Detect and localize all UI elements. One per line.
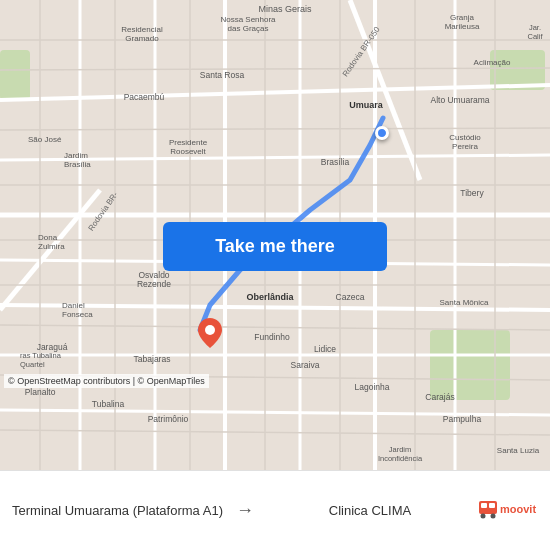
svg-text:Custódio: Custódio <box>449 133 481 142</box>
origin-marker <box>375 126 389 140</box>
svg-text:Calif: Calif <box>527 32 543 41</box>
svg-text:Daniel: Daniel <box>62 301 85 310</box>
svg-text:Pampulha: Pampulha <box>443 414 482 424</box>
svg-text:Alto Umuarama: Alto Umuarama <box>430 95 489 105</box>
svg-rect-89 <box>489 503 495 508</box>
svg-text:Tibery: Tibery <box>460 188 484 198</box>
svg-text:Fundinho: Fundinho <box>254 332 290 342</box>
svg-text:Nossa Senhora: Nossa Senhora <box>220 15 276 24</box>
svg-text:Umuara: Umuara <box>349 100 384 110</box>
svg-text:Planalto: Planalto <box>25 387 56 397</box>
svg-text:Lidice: Lidice <box>314 344 336 354</box>
svg-text:Cazeca: Cazeca <box>336 292 365 302</box>
svg-text:Jardim: Jardim <box>64 151 88 160</box>
destination-marker <box>198 318 222 348</box>
svg-text:Brasília: Brasília <box>321 157 350 167</box>
svg-text:Inconfidência: Inconfidência <box>378 454 423 463</box>
svg-text:Tabajaras: Tabajaras <box>134 354 171 364</box>
svg-text:Zulmira: Zulmira <box>38 242 65 251</box>
route-from-label: Terminal Umuarama (Plataforma A1) <box>12 503 228 518</box>
svg-text:Fonseca: Fonseca <box>62 310 93 319</box>
svg-point-86 <box>205 325 215 335</box>
svg-text:Lagoinha: Lagoinha <box>355 382 390 392</box>
svg-text:Pacaembú: Pacaembú <box>124 92 165 102</box>
svg-text:Jardim: Jardim <box>389 445 412 454</box>
map-container: Minas Gerais Granja Marileusa Jar. Calif… <box>0 0 550 470</box>
take-me-there-button[interactable]: Take me there <box>163 222 387 271</box>
svg-text:Residencial: Residencial <box>121 25 163 34</box>
svg-text:Pereira: Pereira <box>452 142 478 151</box>
svg-text:Jar.: Jar. <box>529 23 541 32</box>
bottom-bar: Terminal Umuarama (Plataforma A1) → Clin… <box>0 470 550 550</box>
svg-point-90 <box>481 513 486 518</box>
svg-text:Aclimação: Aclimação <box>474 58 511 67</box>
svg-text:moovit: moovit <box>500 503 536 515</box>
svg-text:Brasília: Brasília <box>64 160 91 169</box>
svg-text:Saraiva: Saraiva <box>291 360 320 370</box>
arrow-icon: → <box>236 500 254 521</box>
svg-text:Tubalina: Tubalina <box>92 399 125 409</box>
svg-text:Gramado: Gramado <box>125 34 159 43</box>
map-attribution: © OpenStreetMap contributors | © OpenMap… <box>4 374 209 388</box>
svg-text:Santa Rosa: Santa Rosa <box>200 70 245 80</box>
svg-rect-3 <box>0 50 30 100</box>
svg-text:das Graças: das Graças <box>228 24 269 33</box>
svg-rect-88 <box>481 503 487 508</box>
svg-text:Santa Luzia: Santa Luzia <box>497 446 540 455</box>
svg-text:Marileusa: Marileusa <box>445 22 480 31</box>
svg-text:Santa Mônica: Santa Mônica <box>440 298 489 307</box>
svg-text:Roosevelt: Roosevelt <box>170 147 206 156</box>
svg-point-91 <box>491 513 496 518</box>
svg-text:Rezende: Rezende <box>137 279 171 289</box>
svg-text:Presidente: Presidente <box>169 138 208 147</box>
svg-text:Granja: Granja <box>450 13 475 22</box>
svg-text:São José: São José <box>28 135 62 144</box>
svg-text:Quartel: Quartel <box>20 360 45 369</box>
moovit-logo: moovit <box>478 495 538 527</box>
route-to-label: Clinica CLIMA <box>262 503 478 518</box>
svg-rect-1 <box>430 330 510 400</box>
svg-text:ras Tubalina: ras Tubalina <box>20 351 62 360</box>
svg-text:Carajás: Carajás <box>425 392 454 402</box>
svg-text:Dona: Dona <box>38 233 58 242</box>
svg-text:Oberlândia: Oberlândia <box>246 292 294 302</box>
svg-text:Minas Gerais: Minas Gerais <box>258 4 312 14</box>
svg-text:Patrimônio: Patrimônio <box>148 414 189 424</box>
